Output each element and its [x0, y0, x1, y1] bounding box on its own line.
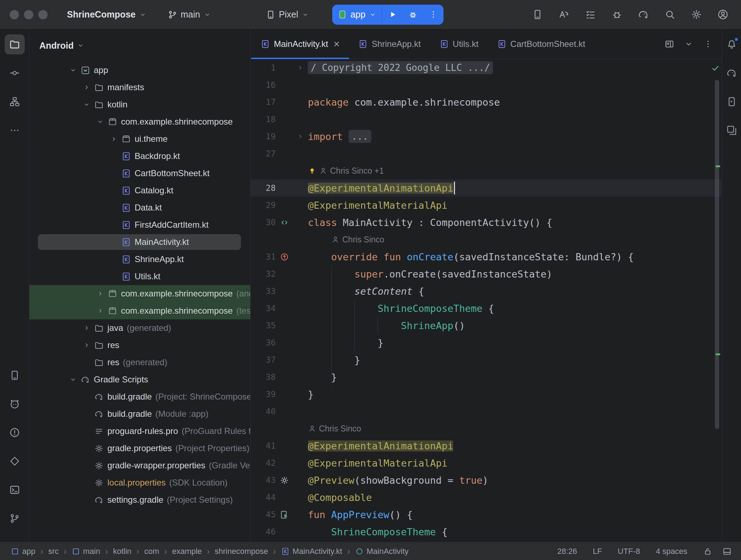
- line-number[interactable]: 27: [251, 149, 276, 158]
- breadcrumb-main[interactable]: main: [72, 547, 100, 556]
- line-number[interactable]: 16: [251, 80, 276, 90]
- notifications-tool-button[interactable]: [723, 35, 740, 54]
- running-devices-tool-button[interactable]: [723, 92, 740, 111]
- line-number[interactable]: 41: [251, 441, 276, 450]
- author-inlay[interactable]: Chris Sinco: [251, 231, 722, 248]
- code-line-43[interactable]: 43@Preview(showBackground = true): [251, 472, 722, 489]
- code-line-30[interactable]: 30class MainActivity : ComponentActivity…: [251, 214, 722, 231]
- tree-item-manifests[interactable]: manifests: [29, 79, 250, 96]
- tree-toggle[interactable]: [81, 83, 93, 91]
- author-inlay[interactable]: Chris Sinco: [251, 420, 722, 437]
- line-number[interactable]: 17: [251, 97, 276, 107]
- editor-tab-CartBottomSheet.kt[interactable]: CartBottomSheet.kt: [488, 29, 595, 59]
- code-line-31[interactable]: 31 override fun onCreate(savedInstanceSt…: [251, 248, 722, 265]
- caret-position[interactable]: 28:26: [557, 547, 577, 556]
- commit-tool-button[interactable]: [5, 63, 25, 83]
- gutter[interactable]: [276, 510, 293, 520]
- code-line-44[interactable]: 44@Composable: [251, 489, 722, 506]
- debug-button[interactable]: [403, 5, 423, 25]
- project-selector[interactable]: ShrineCompose: [63, 6, 151, 23]
- gutter[interactable]: [276, 218, 293, 227]
- app-quality-insights-tool-button[interactable]: [5, 451, 25, 471]
- code-line-41[interactable]: 41@ExperimentalAnimationApi: [251, 437, 722, 454]
- tree-toggle[interactable]: [67, 66, 79, 74]
- line-number[interactable]: 43: [251, 475, 276, 485]
- run-config-selector[interactable]: app: [332, 5, 382, 25]
- line-number[interactable]: 39: [251, 390, 276, 399]
- tree-item-com.example.shrinecompose[interactable]: com.example.shrinecompose(andr: [29, 285, 250, 302]
- lock-button[interactable]: [703, 547, 712, 556]
- gutter[interactable]: [276, 252, 293, 262]
- tree-toggle[interactable]: [94, 290, 106, 298]
- fold-region[interactable]: [293, 64, 308, 71]
- layout-toggle-button[interactable]: [722, 547, 732, 556]
- code-line-35[interactable]: 35 ShrineApp(): [251, 317, 722, 334]
- tree-item-kotlin[interactable]: kotlin: [29, 96, 250, 113]
- code-line-37[interactable]: 37 }: [251, 351, 722, 368]
- version-control-tool-button[interactable]: [5, 508, 25, 528]
- code-line-19[interactable]: 19import ...: [251, 128, 722, 145]
- structure-tool-button[interactable]: [5, 92, 25, 112]
- window-close-button[interactable]: [10, 10, 19, 19]
- tree-item-res[interactable]: res(generated): [29, 354, 250, 371]
- code-line-29[interactable]: 29@ExperimentalMaterialApi: [251, 197, 722, 214]
- settings-button[interactable]: [686, 4, 707, 25]
- editor-tab-MainActivity.kt[interactable]: MainActivity.kt×: [251, 29, 349, 59]
- tree-item-com.example.shrinecompose[interactable]: com.example.shrinecompose(test): [29, 302, 250, 319]
- author-inlay[interactable]: Chris Sinco +1: [251, 162, 722, 179]
- line-number[interactable]: 46: [251, 527, 276, 536]
- project-tool-button[interactable]: [5, 34, 25, 54]
- code-line-45[interactable]: 45fun AppPreview() {: [251, 506, 722, 523]
- code-line-36[interactable]: 36 }: [251, 334, 722, 351]
- window-minimize-button[interactable]: [24, 10, 33, 19]
- line-number[interactable]: 45: [251, 510, 276, 519]
- tree-item-gradle.properties[interactable]: gradle.properties(Project Properties): [29, 440, 250, 457]
- editor-error-stripe[interactable]: [712, 59, 722, 542]
- breadcrumb-MainActivity.kt[interactable]: MainActivity.kt: [281, 547, 342, 556]
- tree-item-build.gradle[interactable]: build.gradle(Project: ShrineCompose): [29, 388, 250, 405]
- line-number[interactable]: 28: [251, 183, 276, 193]
- breadcrumb-kotlin[interactable]: kotlin: [113, 547, 131, 556]
- indent-setting[interactable]: 4 spaces: [656, 547, 687, 556]
- code-line-18[interactable]: 18: [251, 111, 722, 128]
- line-number[interactable]: 42: [251, 458, 276, 468]
- breadcrumb-MainActivity[interactable]: MainActivity: [355, 547, 408, 556]
- vcs-branch-selector[interactable]: main: [163, 6, 215, 23]
- tree-toggle[interactable]: [81, 324, 93, 332]
- line-number[interactable]: 35: [251, 321, 276, 330]
- tree-item-FirstAddCartItem.kt[interactable]: FirstAddCartItem.kt: [29, 216, 250, 233]
- code-line-32[interactable]: 32 super.onCreate(savedInstanceState): [251, 265, 722, 283]
- layout-inspector-button[interactable]: [527, 4, 548, 25]
- window-zoom-button[interactable]: [38, 10, 48, 19]
- line-number[interactable]: 44: [251, 493, 276, 502]
- todo-button[interactable]: [580, 4, 601, 25]
- editor-tab-ShrineApp.kt[interactable]: ShrineApp.kt: [349, 29, 430, 59]
- line-number[interactable]: 30: [251, 218, 276, 227]
- tree-item-proguard-rules.pro[interactable]: proguard-rules.pro(ProGuard Rules fo: [29, 423, 250, 440]
- more-vertical-button[interactable]: [699, 35, 717, 53]
- account-avatar-button[interactable]: [712, 4, 733, 25]
- more-run-options-button[interactable]: [423, 5, 444, 25]
- line-number[interactable]: 36: [251, 338, 276, 347]
- tree-item-ui.theme[interactable]: ui.theme: [29, 130, 250, 148]
- tree-item-app[interactable]: app: [29, 62, 250, 79]
- breadcrumb-com[interactable]: com: [144, 547, 159, 556]
- logcat-tool-button[interactable]: [5, 394, 25, 414]
- split-editor-button[interactable]: [661, 35, 678, 53]
- code-line-1[interactable]: 1/ Copyright 2022 Google LLC .../: [251, 59, 722, 76]
- tree-toggle[interactable]: [81, 341, 93, 349]
- tree-toggle[interactable]: [67, 376, 79, 383]
- gutter[interactable]: [276, 475, 293, 485]
- translate-button[interactable]: [553, 4, 574, 25]
- tree-toggle[interactable]: [94, 307, 106, 315]
- project-view-selector[interactable]: Android: [39, 40, 84, 51]
- code-line-46[interactable]: 46 ShrineComposeTheme {: [251, 523, 722, 540]
- tree-item-gradle-wrapper.properties[interactable]: gradle-wrapper.properties(Gradle Ver: [29, 457, 250, 474]
- device-explorer-tool-button[interactable]: [723, 121, 740, 140]
- code-editor[interactable]: 1/ Copyright 2022 Google LLC .../1617pac…: [251, 59, 722, 542]
- line-number[interactable]: 18: [251, 115, 276, 124]
- line-number[interactable]: 1: [251, 63, 276, 72]
- editor-tab-Utils.kt[interactable]: Utils.kt: [430, 29, 488, 59]
- tree-item-MainActivity.kt[interactable]: MainActivity.kt: [29, 233, 250, 251]
- device-selector[interactable]: Pixel: [261, 6, 314, 23]
